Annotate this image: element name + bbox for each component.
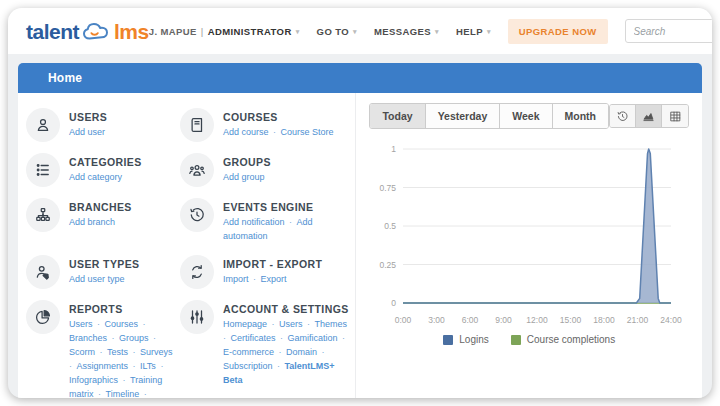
- nav-help-label: HELP: [456, 26, 483, 37]
- nav-user-menu[interactable]: J. MAPUE | ADMINISTRATOR ▾: [149, 26, 300, 37]
- branches-icon: [26, 198, 60, 232]
- menu-link-add-category[interactable]: Add category: [69, 172, 122, 182]
- user-icon: [26, 108, 60, 142]
- page-body: Home USERSAdd userCOURSESAdd course · Co…: [8, 54, 712, 398]
- tab-today[interactable]: Today: [370, 104, 425, 128]
- menu-link-tests[interactable]: Tests: [107, 347, 128, 357]
- menu-link-import[interactable]: Import: [223, 274, 249, 284]
- chevron-down-icon: ▾: [487, 28, 491, 36]
- chevron-down-icon: ▾: [435, 28, 439, 36]
- upgrade-now-button[interactable]: UPGRADE NOW: [508, 19, 608, 44]
- menu-link-add-course[interactable]: Add course: [223, 127, 269, 137]
- menu-link-users[interactable]: Users: [69, 319, 93, 329]
- nav-messages-label: MESSAGES: [374, 26, 431, 37]
- link-separator: ·: [340, 333, 346, 343]
- menu-link-export[interactable]: Export: [261, 274, 287, 284]
- menu-link-course-store[interactable]: Course Store: [281, 127, 334, 137]
- chevron-down-icon: ▾: [353, 28, 357, 36]
- menu-link-infographics[interactable]: Infographics: [69, 375, 118, 385]
- link-separator: ·: [140, 319, 146, 329]
- menu-item-text: BRANCHESAdd branch: [69, 198, 132, 230]
- menu-item-title-groups[interactable]: GROUPS: [223, 156, 271, 168]
- menu-item-title-branches[interactable]: BRANCHES: [69, 201, 132, 213]
- nav-user-role: ADMINISTRATOR: [208, 26, 292, 37]
- link-separator: ·: [251, 274, 259, 284]
- tab-month[interactable]: Month: [553, 104, 609, 128]
- nav-help-menu[interactable]: HELP ▾: [456, 26, 491, 37]
- menu-link-assignments[interactable]: Assignments: [77, 361, 129, 371]
- nav-messages-menu[interactable]: MESSAGES ▾: [374, 26, 439, 37]
- admin-menu: USERSAdd userCOURSESAdd course · Course …: [18, 93, 355, 398]
- menu-link-add-user-type[interactable]: Add user type: [69, 274, 125, 284]
- top-header: talent lms J. MAPUE | ADMINISTRATOR ▾ GO…: [8, 8, 712, 54]
- search-input[interactable]: [625, 19, 712, 43]
- menu-link-courses[interactable]: Courses: [105, 319, 139, 329]
- menu-item-title-import-export[interactable]: IMPORT - EXPORT: [223, 258, 322, 270]
- menu-link-e-commerce[interactable]: E-commerce: [223, 347, 274, 357]
- menu-item-links: Import · Export: [223, 273, 322, 287]
- sync-icon: [180, 255, 214, 289]
- link-separator: ·: [120, 375, 128, 385]
- link-separator: ·: [130, 347, 138, 357]
- menu-item-text: ACCOUNT & SETTINGSHomepage · Users · The…: [223, 300, 351, 388]
- menu-item-title-account-settings[interactable]: ACCOUNT & SETTINGS: [223, 303, 351, 315]
- history-icon: [180, 198, 214, 232]
- svg-text:21:00: 21:00: [627, 315, 649, 325]
- menu-item-links: Users · Courses · Branches · Groups · Sc…: [69, 318, 178, 398]
- svg-text:15:00: 15:00: [560, 315, 582, 325]
- nav-goto-menu[interactable]: GO TO ▾: [317, 26, 357, 37]
- chevron-down-icon: ▾: [296, 28, 300, 36]
- link-separator: ·: [278, 333, 286, 343]
- menu-item-links: Add group: [223, 171, 271, 185]
- tab-yesterday[interactable]: Yesterday: [426, 104, 501, 128]
- menu-item-user-types: USER TYPESAdd user type: [26, 255, 178, 289]
- menu-item-text: USERSAdd user: [69, 108, 107, 140]
- tab-week[interactable]: Week: [500, 104, 552, 128]
- app-window: talent lms J. MAPUE | ADMINISTRATOR ▾ GO…: [8, 8, 712, 398]
- menu-item-title-events-engine[interactable]: EVENTS ENGINE: [223, 201, 351, 213]
- link-separator: ·: [141, 389, 147, 398]
- link-separator: ·: [223, 333, 229, 343]
- svg-text:0.5: 0.5: [384, 221, 396, 231]
- svg-text:9:00: 9:00: [495, 315, 512, 325]
- menu-link-branches[interactable]: Branches: [69, 333, 107, 343]
- menu-link-subscription[interactable]: Subscription: [223, 361, 273, 371]
- menu-item-title-courses[interactable]: COURSES: [223, 111, 334, 123]
- history-view-icon[interactable]: [610, 105, 636, 127]
- talentlms-logo[interactable]: talent lms: [26, 20, 149, 42]
- menu-item-title-user-types[interactable]: USER TYPES: [69, 258, 140, 270]
- nav-divider: |: [201, 26, 204, 37]
- menu-link-themes[interactable]: Themes: [315, 319, 348, 329]
- activity-chart: 00.250.50.7510:003:006:009:0012:0015:001…: [373, 135, 685, 333]
- menu-link-timeline[interactable]: Timeline: [106, 389, 140, 398]
- link-separator: ·: [95, 319, 103, 329]
- menu-link-users[interactable]: Users: [279, 319, 303, 329]
- legend-label: Logins: [459, 334, 488, 345]
- menu-item-text: CATEGORIESAdd category: [69, 153, 142, 185]
- menu-link-add-user[interactable]: Add user: [69, 127, 105, 137]
- menu-item-title-reports[interactable]: REPORTS: [69, 303, 178, 315]
- menu-link-groups[interactable]: Groups: [119, 333, 149, 343]
- menu-link-homepage[interactable]: Homepage: [223, 319, 267, 329]
- menu-link-surveys[interactable]: Surveys: [140, 347, 173, 357]
- menu-link-add-branch[interactable]: Add branch: [69, 217, 115, 227]
- menu-link-domain[interactable]: Domain: [286, 347, 317, 357]
- svg-text:0.25: 0.25: [380, 260, 397, 270]
- link-separator: ·: [319, 347, 325, 357]
- link-separator: ·: [269, 319, 277, 329]
- menu-item-links: Add course · Course Store: [223, 126, 334, 140]
- menu-link-gamification[interactable]: Gamification: [288, 333, 338, 343]
- grid-view-icon[interactable]: [662, 105, 688, 127]
- area-chart-view-icon[interactable]: [636, 105, 662, 127]
- svg-text:24:00: 24:00: [661, 315, 683, 325]
- menu-link-add-notification[interactable]: Add notification: [223, 217, 285, 227]
- top-nav: J. MAPUE | ADMINISTRATOR ▾ GO TO ▾ MESSA…: [149, 19, 712, 44]
- menu-link-add-group[interactable]: Add group: [223, 172, 265, 182]
- menu-item-title-categories[interactable]: CATEGORIES: [69, 156, 142, 168]
- menu-link-scorm[interactable]: Scorm: [69, 347, 95, 357]
- menu-link-ilts[interactable]: ILTs: [140, 361, 156, 371]
- menu-link-certificates[interactable]: Certificates: [231, 333, 276, 343]
- menu-item-groups: GROUPSAdd group: [180, 153, 351, 187]
- link-separator: ·: [69, 361, 75, 371]
- menu-item-title-users[interactable]: USERS: [69, 111, 107, 123]
